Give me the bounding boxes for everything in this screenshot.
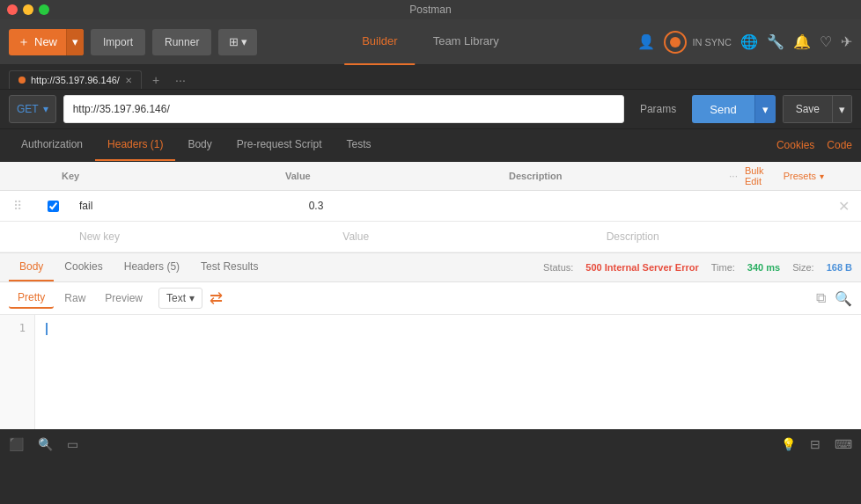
new-desc-input[interactable] xyxy=(607,225,852,248)
row-value-input[interactable] xyxy=(309,194,521,217)
url-tab-active[interactable]: http://35.197.96.146/ ✕ xyxy=(9,70,142,89)
save-button[interactable]: Save xyxy=(783,95,832,123)
more-icon: ··· xyxy=(729,170,738,182)
tab-tests[interactable]: Tests xyxy=(334,129,383,161)
new-tab-icon: ⊞ xyxy=(229,35,239,48)
wrap-button[interactable]: ⇄ xyxy=(204,289,228,308)
tab-team-library[interactable]: Team Library xyxy=(416,19,517,65)
plus-icon: ＋ xyxy=(18,34,30,50)
tab-body[interactable]: Body xyxy=(175,129,224,161)
row-key-input[interactable] xyxy=(79,194,291,217)
headers-table: Key Value Description ··· Bulk Edit Pres… xyxy=(0,162,861,252)
bottom-bar: ⬛ 🔍 ▭ 💡 ⊟ ⌨ xyxy=(0,429,861,457)
tab-authorization[interactable]: Authorization xyxy=(9,129,95,161)
console-icon[interactable]: ⬛ xyxy=(9,437,24,451)
code-link[interactable]: Code xyxy=(827,139,852,151)
body-action-icons: ⧉ 🔍 xyxy=(816,290,852,307)
res-tab-cookies[interactable]: Cookies xyxy=(54,253,113,281)
new-button[interactable]: ＋ New ▾ xyxy=(9,29,84,55)
table-row: ⠿ ✕ xyxy=(0,191,861,222)
url-tab-label: http://35.197.96.146/ xyxy=(31,75,120,85)
body-tab-raw[interactable]: Raw xyxy=(55,289,94,308)
actions-col-header: ··· Bulk Edit Presets ▾ xyxy=(724,165,829,186)
runner-button[interactable]: Runner xyxy=(152,29,211,55)
send-button[interactable]: Send xyxy=(692,95,754,123)
tab-builder[interactable]: Builder xyxy=(344,19,415,65)
copy-icon[interactable]: ⧉ xyxy=(816,290,826,307)
res-tab-headers[interactable]: Headers (5) xyxy=(114,253,190,281)
tab-status-dot xyxy=(18,77,26,84)
method-select[interactable]: GET ▾ xyxy=(9,95,56,123)
sync-label: IN SYNC xyxy=(692,37,732,47)
bell-icon[interactable]: 🔔 xyxy=(793,33,811,50)
send-icon[interactable]: ✈ xyxy=(841,33,852,50)
import-button[interactable]: Import xyxy=(91,29,145,55)
row-checkbox-col[interactable] xyxy=(35,201,70,212)
body-tab-pretty[interactable]: Pretty xyxy=(9,288,54,309)
new-value-input[interactable] xyxy=(342,225,588,248)
line-numbers: 1 xyxy=(0,315,35,429)
new-row-value[interactable] xyxy=(334,222,597,252)
wrench-icon[interactable]: 🔧 xyxy=(767,33,784,50)
minimize-button[interactable] xyxy=(23,4,33,15)
search-bottom-icon[interactable]: 🔍 xyxy=(38,437,53,451)
request-tabs: Authorization Headers (1) Body Pre-reque… xyxy=(0,129,861,162)
keyboard-icon[interactable]: ⌨ xyxy=(835,437,852,451)
body-tab-preview[interactable]: Preview xyxy=(96,289,151,308)
bulk-edit-button[interactable]: Bulk Edit xyxy=(745,165,776,186)
send-dropdown-button[interactable]: ▾ xyxy=(754,95,776,123)
url-input[interactable] xyxy=(63,95,624,123)
heart-icon[interactable]: ♡ xyxy=(820,33,832,50)
tab-headers[interactable]: Headers (1) xyxy=(95,129,175,161)
row-value-cell[interactable] xyxy=(300,191,530,221)
desc-col-header: Description xyxy=(500,167,724,185)
res-tab-test-results[interactable]: Test Results xyxy=(190,253,269,281)
close-button[interactable] xyxy=(7,4,18,15)
params-button[interactable]: Params xyxy=(631,103,685,115)
new-button-dropdown-icon[interactable]: ▾ xyxy=(66,29,84,55)
drag-icon: ⠿ xyxy=(10,199,26,213)
line-number-1: 1 xyxy=(9,322,26,334)
cookies-link[interactable]: Cookies xyxy=(776,139,814,151)
runner-bottom-icon[interactable]: ▭ xyxy=(67,437,78,451)
delete-row-button[interactable]: ✕ xyxy=(829,199,858,214)
more-tabs-button[interactable]: ··· xyxy=(170,71,191,89)
panel-icon[interactable]: ⊟ xyxy=(810,437,821,451)
new-key-input[interactable] xyxy=(79,225,325,248)
row-key-cell[interactable] xyxy=(70,191,300,221)
new-tab-button[interactable]: ⊞ ▾ xyxy=(218,29,257,55)
res-tab-body[interactable]: Body xyxy=(9,253,54,281)
row-checkbox[interactable] xyxy=(48,201,59,212)
method-label: GET xyxy=(17,103,39,115)
status-label: Status: xyxy=(543,262,573,273)
add-tab-button[interactable]: + xyxy=(147,71,165,89)
search-icon[interactable]: 🔍 xyxy=(835,290,852,307)
nav-tabs: Builder Team Library xyxy=(344,19,517,65)
globe-icon[interactable]: 🌐 xyxy=(740,33,758,50)
new-row-desc[interactable] xyxy=(598,222,861,252)
row-delete-col[interactable]: ✕ xyxy=(829,198,861,215)
toolbar: ＋ New ▾ Import Runner ⊞ ▾ Builder Team L… xyxy=(0,19,861,65)
new-tab-dropdown-icon: ▾ xyxy=(241,35,247,48)
send-button-group: Send ▾ xyxy=(692,95,775,123)
new-button-label: New xyxy=(34,35,57,48)
row-desc-input[interactable] xyxy=(538,194,750,217)
new-row-key[interactable] xyxy=(70,222,334,252)
maximize-button[interactable] xyxy=(39,4,49,15)
close-tab-icon[interactable]: ✕ xyxy=(125,76,132,85)
code-area: 1 xyxy=(0,315,861,429)
bulb-icon[interactable]: 💡 xyxy=(781,437,796,451)
url-tab-row: http://35.197.96.146/ ✕ + ··· xyxy=(0,65,861,90)
format-select[interactable]: Text ▾ xyxy=(158,288,202,309)
sync-icon xyxy=(664,31,687,54)
row-desc-cell[interactable] xyxy=(529,191,759,221)
tab-pre-request[interactable]: Pre-request Script xyxy=(224,129,335,161)
size-label: Size: xyxy=(792,262,813,273)
presets-dropdown-icon[interactable]: ▾ xyxy=(820,172,824,181)
save-dropdown-button[interactable]: ▾ xyxy=(832,95,852,123)
row-drag-handle: ⠿ xyxy=(0,199,35,213)
time-value: 340 ms xyxy=(747,262,780,273)
presets-button[interactable]: Presets xyxy=(784,171,816,181)
response-tabs-bar: Body Cookies Headers (5) Test Results St… xyxy=(0,252,861,282)
code-content[interactable] xyxy=(35,315,861,429)
